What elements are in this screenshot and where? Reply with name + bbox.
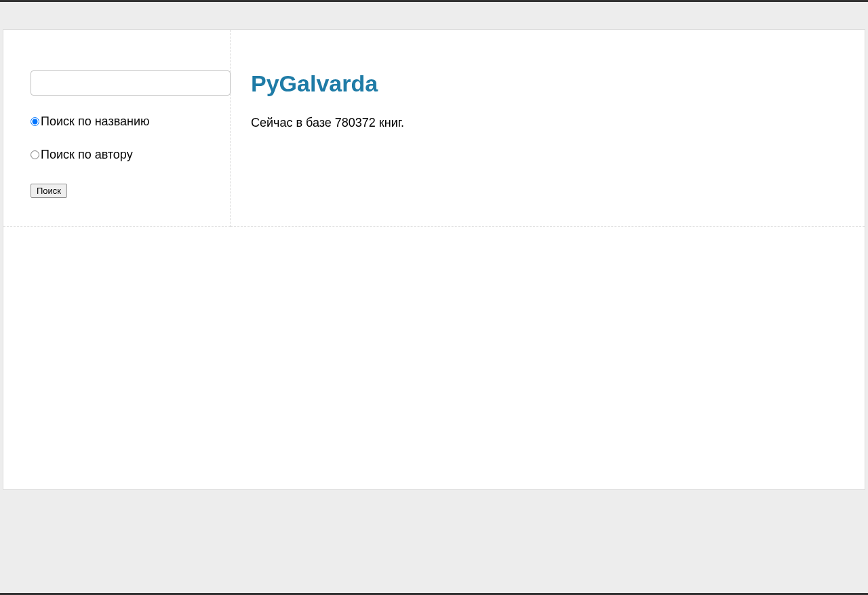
database-status-text: Сейчас в базе 780372 книг. bbox=[251, 116, 837, 130]
radio-search-by-author[interactable]: Поиск по автору bbox=[31, 148, 230, 162]
main-content: PyGalvarda Сейчас в базе 780372 книг. bbox=[231, 30, 865, 227]
search-sidebar: Поиск по названию Поиск по автору Поиск bbox=[3, 30, 231, 227]
radio-search-by-author-input[interactable] bbox=[31, 150, 39, 159]
search-mode-radio-group: Поиск по названию Поиск по автору bbox=[31, 115, 230, 162]
radio-search-by-author-label: Поиск по автору bbox=[41, 148, 133, 162]
radio-search-by-title-label: Поиск по названию bbox=[41, 115, 150, 129]
page-title: PyGalvarda bbox=[251, 70, 837, 97]
page-container: Поиск по названию Поиск по автору Поиск … bbox=[3, 29, 865, 490]
radio-search-by-title-input[interactable] bbox=[31, 117, 39, 126]
content-wrapper: Поиск по названию Поиск по автору Поиск … bbox=[3, 30, 865, 227]
radio-search-by-title[interactable]: Поиск по названию bbox=[31, 115, 230, 129]
search-input[interactable] bbox=[31, 70, 231, 96]
search-button[interactable]: Поиск bbox=[31, 184, 67, 198]
